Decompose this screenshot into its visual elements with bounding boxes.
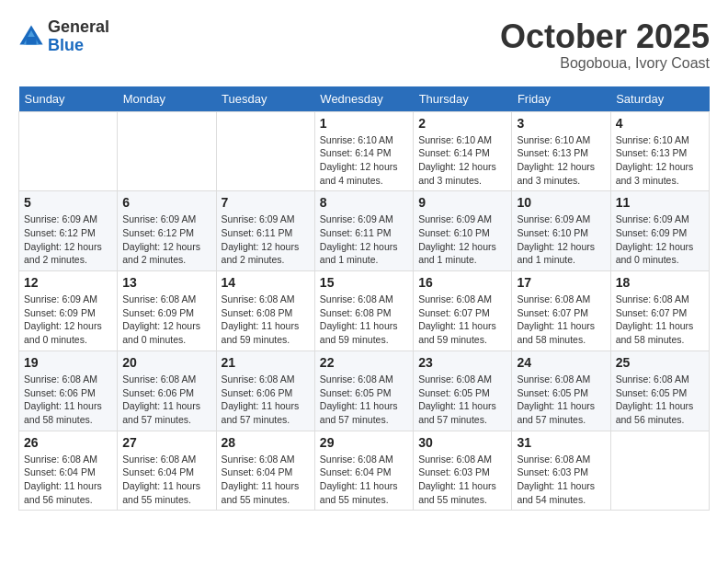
calendar-cell: 11Sunrise: 6:09 AMSunset: 6:09 PMDayligh… bbox=[610, 191, 709, 271]
day-number: 8 bbox=[320, 195, 408, 210]
calendar-header-tuesday: Tuesday bbox=[216, 86, 314, 112]
calendar-header-saturday: Saturday bbox=[610, 86, 709, 112]
day-number: 31 bbox=[517, 435, 605, 450]
day-number: 25 bbox=[616, 355, 704, 370]
calendar-cell: 7Sunrise: 6:09 AMSunset: 6:11 PMDaylight… bbox=[216, 191, 314, 271]
day-info: Sunrise: 6:10 AMSunset: 6:14 PMDaylight:… bbox=[418, 133, 506, 188]
day-number: 3 bbox=[517, 116, 605, 131]
day-info: Sunrise: 6:08 AMSunset: 6:04 PMDaylight:… bbox=[24, 453, 112, 507]
calendar-cell: 25Sunrise: 6:08 AMSunset: 6:05 PMDayligh… bbox=[610, 350, 709, 431]
logo-text: General Blue bbox=[48, 18, 109, 55]
day-info: Sunrise: 6:08 AMSunset: 6:04 PMDaylight:… bbox=[222, 453, 310, 507]
calendar-cell: 26Sunrise: 6:08 AMSunset: 6:04 PMDayligh… bbox=[19, 431, 118, 511]
day-info: Sunrise: 6:08 AMSunset: 6:05 PMDaylight:… bbox=[517, 373, 605, 427]
day-number: 19 bbox=[24, 355, 112, 370]
calendar-cell bbox=[610, 431, 709, 511]
logo-icon bbox=[18, 24, 44, 50]
calendar-week-row: 1Sunrise: 6:10 AMSunset: 6:14 PMDaylight… bbox=[19, 111, 710, 191]
title-block: October 2025 Bogoboua, Ivory Coast bbox=[500, 18, 710, 72]
day-number: 30 bbox=[418, 435, 506, 450]
day-info: Sunrise: 6:08 AMSunset: 6:04 PMDaylight:… bbox=[122, 453, 210, 507]
day-number: 2 bbox=[418, 116, 506, 131]
logo: General Blue bbox=[18, 18, 109, 55]
day-info: Sunrise: 6:09 AMSunset: 6:12 PMDaylight:… bbox=[122, 213, 210, 267]
day-number: 18 bbox=[616, 275, 704, 290]
day-info: Sunrise: 6:09 AMSunset: 6:11 PMDaylight:… bbox=[320, 213, 408, 267]
day-number: 9 bbox=[418, 195, 506, 210]
calendar-header-wednesday: Wednesday bbox=[314, 86, 413, 112]
calendar-cell: 18Sunrise: 6:08 AMSunset: 6:07 PMDayligh… bbox=[610, 271, 709, 351]
day-info: Sunrise: 6:10 AMSunset: 6:14 PMDaylight:… bbox=[320, 133, 408, 188]
calendar-cell: 20Sunrise: 6:08 AMSunset: 6:06 PMDayligh… bbox=[118, 350, 216, 431]
calendar-header-row: SundayMondayTuesdayWednesdayThursdayFrid… bbox=[19, 86, 710, 112]
day-info: Sunrise: 6:09 AMSunset: 6:10 PMDaylight:… bbox=[418, 213, 506, 267]
calendar-cell: 10Sunrise: 6:09 AMSunset: 6:10 PMDayligh… bbox=[512, 191, 610, 271]
day-info: Sunrise: 6:08 AMSunset: 6:04 PMDaylight:… bbox=[320, 453, 408, 507]
calendar-cell: 5Sunrise: 6:09 AMSunset: 6:12 PMDaylight… bbox=[19, 191, 118, 271]
calendar-week-row: 5Sunrise: 6:09 AMSunset: 6:12 PMDaylight… bbox=[19, 191, 710, 271]
day-info: Sunrise: 6:09 AMSunset: 6:12 PMDaylight:… bbox=[24, 213, 112, 267]
calendar-table: SundayMondayTuesdayWednesdayThursdayFrid… bbox=[18, 86, 710, 511]
day-number: 22 bbox=[320, 355, 408, 370]
calendar-cell: 29Sunrise: 6:08 AMSunset: 6:04 PMDayligh… bbox=[314, 431, 413, 511]
day-number: 23 bbox=[418, 355, 506, 370]
calendar-cell: 12Sunrise: 6:09 AMSunset: 6:09 PMDayligh… bbox=[19, 271, 118, 351]
svg-rect-2 bbox=[26, 37, 36, 44]
calendar-header-sunday: Sunday bbox=[19, 86, 118, 112]
day-info: Sunrise: 6:08 AMSunset: 6:09 PMDaylight:… bbox=[122, 293, 210, 347]
day-info: Sunrise: 6:09 AMSunset: 6:10 PMDaylight:… bbox=[517, 213, 605, 267]
calendar-cell: 30Sunrise: 6:08 AMSunset: 6:03 PMDayligh… bbox=[414, 431, 512, 511]
day-info: Sunrise: 6:08 AMSunset: 6:06 PMDaylight:… bbox=[122, 373, 210, 427]
day-info: Sunrise: 6:08 AMSunset: 6:03 PMDaylight:… bbox=[517, 453, 605, 507]
calendar-cell: 8Sunrise: 6:09 AMSunset: 6:11 PMDaylight… bbox=[314, 191, 413, 271]
calendar-cell: 22Sunrise: 6:08 AMSunset: 6:05 PMDayligh… bbox=[314, 350, 413, 431]
day-info: Sunrise: 6:09 AMSunset: 6:09 PMDaylight:… bbox=[616, 213, 704, 267]
calendar-cell: 31Sunrise: 6:08 AMSunset: 6:03 PMDayligh… bbox=[512, 431, 610, 511]
location: Bogoboua, Ivory Coast bbox=[500, 55, 710, 72]
calendar-cell: 2Sunrise: 6:10 AMSunset: 6:14 PMDaylight… bbox=[414, 111, 512, 191]
day-number: 10 bbox=[517, 195, 605, 210]
calendar-week-row: 12Sunrise: 6:09 AMSunset: 6:09 PMDayligh… bbox=[19, 271, 710, 351]
calendar-header-friday: Friday bbox=[512, 86, 610, 112]
calendar-cell: 24Sunrise: 6:08 AMSunset: 6:05 PMDayligh… bbox=[512, 350, 610, 431]
day-number: 16 bbox=[418, 275, 506, 290]
calendar-cell: 13Sunrise: 6:08 AMSunset: 6:09 PMDayligh… bbox=[118, 271, 216, 351]
day-number: 4 bbox=[616, 116, 704, 131]
calendar-cell: 15Sunrise: 6:08 AMSunset: 6:08 PMDayligh… bbox=[314, 271, 413, 351]
calendar-cell: 17Sunrise: 6:08 AMSunset: 6:07 PMDayligh… bbox=[512, 271, 610, 351]
day-info: Sunrise: 6:08 AMSunset: 6:05 PMDaylight:… bbox=[418, 373, 506, 427]
day-info: Sunrise: 6:08 AMSunset: 6:06 PMDaylight:… bbox=[24, 373, 112, 427]
calendar-cell bbox=[118, 111, 216, 191]
day-info: Sunrise: 6:10 AMSunset: 6:13 PMDaylight:… bbox=[616, 133, 704, 188]
day-info: Sunrise: 6:10 AMSunset: 6:13 PMDaylight:… bbox=[517, 133, 605, 188]
calendar-cell bbox=[216, 111, 314, 191]
calendar-cell: 19Sunrise: 6:08 AMSunset: 6:06 PMDayligh… bbox=[19, 350, 118, 431]
day-info: Sunrise: 6:08 AMSunset: 6:07 PMDaylight:… bbox=[418, 293, 506, 347]
calendar-cell: 21Sunrise: 6:08 AMSunset: 6:06 PMDayligh… bbox=[216, 350, 314, 431]
calendar-cell: 1Sunrise: 6:10 AMSunset: 6:14 PMDaylight… bbox=[314, 111, 413, 191]
day-number: 15 bbox=[320, 275, 408, 290]
calendar-cell: 16Sunrise: 6:08 AMSunset: 6:07 PMDayligh… bbox=[414, 271, 512, 351]
logo-general: General bbox=[48, 17, 109, 36]
day-number: 14 bbox=[222, 275, 310, 290]
calendar-cell: 27Sunrise: 6:08 AMSunset: 6:04 PMDayligh… bbox=[118, 431, 216, 511]
day-number: 13 bbox=[122, 275, 210, 290]
day-number: 7 bbox=[222, 195, 310, 210]
day-number: 12 bbox=[24, 275, 112, 290]
logo-blue: Blue bbox=[48, 36, 84, 54]
day-info: Sunrise: 6:08 AMSunset: 6:05 PMDaylight:… bbox=[616, 373, 704, 427]
calendar-header-thursday: Thursday bbox=[414, 86, 512, 112]
calendar-cell: 23Sunrise: 6:08 AMSunset: 6:05 PMDayligh… bbox=[414, 350, 512, 431]
calendar-week-row: 19Sunrise: 6:08 AMSunset: 6:06 PMDayligh… bbox=[19, 350, 710, 431]
calendar-week-row: 26Sunrise: 6:08 AMSunset: 6:04 PMDayligh… bbox=[19, 431, 710, 511]
day-info: Sunrise: 6:09 AMSunset: 6:09 PMDaylight:… bbox=[24, 293, 112, 347]
day-info: Sunrise: 6:08 AMSunset: 6:08 PMDaylight:… bbox=[222, 293, 310, 347]
day-number: 20 bbox=[122, 355, 210, 370]
page-header: General Blue October 2025 Bogoboua, Ivor… bbox=[18, 18, 710, 72]
day-info: Sunrise: 6:08 AMSunset: 6:07 PMDaylight:… bbox=[616, 293, 704, 347]
day-number: 28 bbox=[222, 435, 310, 450]
day-number: 11 bbox=[616, 195, 704, 210]
day-number: 5 bbox=[24, 195, 112, 210]
day-info: Sunrise: 6:08 AMSunset: 6:03 PMDaylight:… bbox=[418, 453, 506, 507]
day-number: 21 bbox=[222, 355, 310, 370]
